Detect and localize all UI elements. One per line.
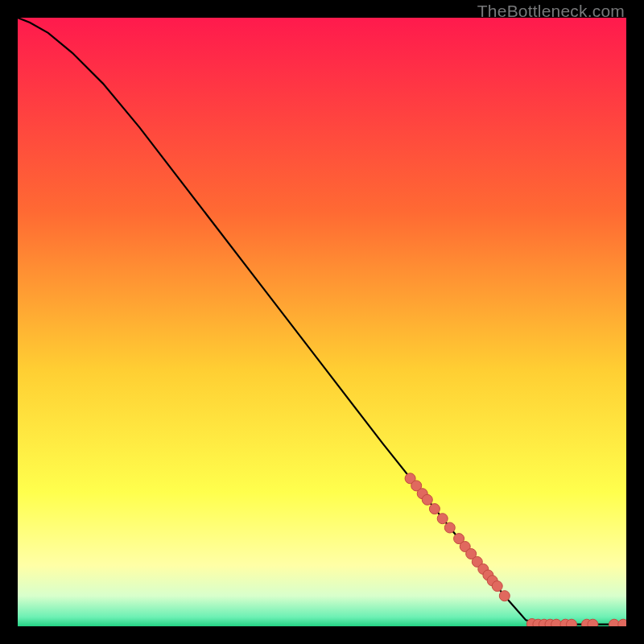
chart-canvas xyxy=(18,18,626,626)
data-marker xyxy=(422,494,432,505)
data-marker xyxy=(492,581,502,592)
data-marker xyxy=(567,619,577,626)
gradient-background xyxy=(18,18,626,626)
chart-frame xyxy=(18,18,626,626)
data-marker xyxy=(588,619,598,626)
data-marker xyxy=(499,591,510,601)
data-marker xyxy=(437,514,448,524)
data-marker xyxy=(429,504,440,514)
data-marker xyxy=(444,522,455,533)
